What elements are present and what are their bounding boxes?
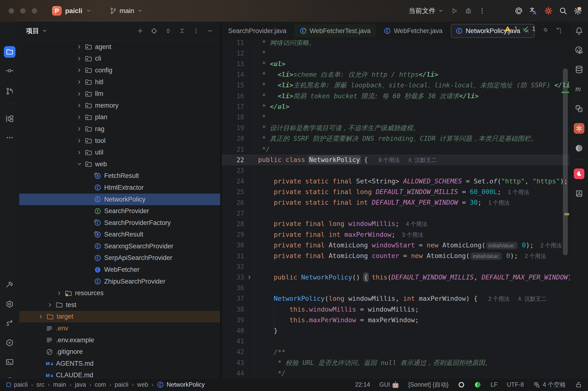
- breadcrumb-item-main[interactable]: main: [53, 381, 66, 388]
- line-number[interactable]: 44: [222, 370, 258, 377]
- line-number[interactable]: 20: [222, 135, 258, 142]
- line-number[interactable]: 13: [222, 60, 258, 68]
- tree-item-.env.example[interactable]: .env.example: [19, 334, 220, 346]
- tree-item-SearxngSearchProvider[interactable]: CSearxngSearchProvider: [19, 240, 220, 252]
- tree-item-config[interactable]: config: [19, 64, 220, 76]
- status-item-LF[interactable]: LF: [491, 381, 498, 388]
- status-item-openai[interactable]: [458, 381, 465, 388]
- translate-icon[interactable]: 文A: [529, 6, 538, 15]
- breadcrumb-item-NetworkPolicy[interactable]: CNetworkPolicy: [157, 381, 205, 388]
- tree-item-util[interactable]: util: [19, 147, 220, 158]
- usages-inlay[interactable]: 2 个用法: [540, 242, 562, 249]
- run-button[interactable]: [450, 7, 458, 15]
- chevron-right-icon[interactable]: [76, 79, 85, 85]
- line-number[interactable]: 40: [222, 327, 258, 334]
- breadcrumb-item-java[interactable]: java: [75, 381, 86, 388]
- close-window-icon[interactable]: [9, 8, 14, 13]
- plugin-moon-icon[interactable]: [573, 168, 585, 180]
- status-item-2214[interactable]: 22:14: [355, 381, 370, 388]
- tree-item-NetworkPolicy[interactable]: CNetworkPolicy: [19, 194, 220, 205]
- editor-tab-SearchProvider.java[interactable]: SearchProvider.java: [222, 22, 293, 40]
- build-hammer-icon[interactable]: [4, 279, 15, 291]
- branch-selector[interactable]: main: [109, 7, 143, 15]
- line-number[interactable]: 37: [222, 295, 258, 302]
- ai-assistant-icon[interactable]: [573, 44, 585, 56]
- line-number[interactable]: 38: [222, 306, 258, 313]
- status-item-status-green[interactable]: [474, 381, 481, 388]
- line-number[interactable]: 43: [222, 359, 258, 366]
- terminal-icon[interactable]: [4, 356, 15, 368]
- line-number[interactable]: 27: [222, 210, 258, 217]
- breadcrumb-item-paicli[interactable]: paicli: [6, 381, 28, 388]
- line-number[interactable]: 22: [222, 156, 258, 164]
- tree-item-ZhipuSearchProvider[interactable]: CZhipuSearchProvider: [19, 276, 220, 288]
- status-item-UTF8[interactable]: UTF-8: [507, 381, 524, 388]
- chevron-right-icon[interactable]: [47, 302, 56, 308]
- chevron-right-icon[interactable]: [76, 44, 85, 50]
- author-inlay[interactable]: 沉默王二: [407, 156, 437, 164]
- project-folder-icon[interactable]: [4, 46, 15, 58]
- tree-item-SerpApiSearchProvider[interactable]: CSerpApiSearchProvider: [19, 252, 220, 264]
- tree-item-agent[interactable]: agent: [19, 41, 220, 53]
- status-item-4[interactable]: 4 个空格: [533, 381, 566, 389]
- chevron-right-icon[interactable]: [76, 149, 85, 156]
- notifications-bell-icon[interactable]: [573, 25, 585, 37]
- tree-item-CLAUDE.md[interactable]: MCLAUDE.md: [19, 370, 220, 378]
- chevron-right-icon[interactable]: [38, 313, 47, 320]
- line-number[interactable]: 18: [222, 114, 258, 121]
- search-everywhere-icon[interactable]: [559, 7, 567, 15]
- python-packages-icon[interactable]: [573, 103, 585, 114]
- usages-inlay[interactable]: 9 个用法: [378, 157, 400, 163]
- project-panel-title-dropdown[interactable]: 项目: [26, 26, 48, 35]
- tree-item-target[interactable]: target: [19, 311, 220, 323]
- maven-icon[interactable]: m: [573, 83, 585, 95]
- tree-item-SearchResult[interactable]: RSearchResult: [19, 229, 220, 241]
- services-icon[interactable]: [4, 337, 15, 349]
- locate-icon[interactable]: [151, 27, 157, 34]
- line-number[interactable]: 23: [222, 167, 258, 174]
- tree-item-hitl[interactable]: hitl: [19, 76, 220, 88]
- line-number[interactable]: 24: [222, 178, 258, 185]
- tree-item-llm[interactable]: llm: [19, 88, 220, 100]
- tree-item-AGENTS.md[interactable]: MAGENTS.md: [19, 358, 220, 370]
- workflow-icon[interactable]: [4, 318, 15, 329]
- zoom-window-icon[interactable]: [32, 8, 37, 13]
- tree-item-rag[interactable]: rag: [19, 123, 220, 135]
- more-tools-icon[interactable]: [4, 132, 15, 143]
- hide-icon[interactable]: [207, 27, 214, 34]
- chevron-right-icon[interactable]: [76, 91, 85, 97]
- ai-spiral-icon[interactable]: [515, 7, 523, 15]
- run-configuration-selector[interactable]: 当前文件: [406, 4, 446, 18]
- line-number[interactable]: 31: [222, 252, 258, 260]
- line-number[interactable]: 17: [222, 103, 258, 110]
- breadcrumb-item-src[interactable]: src: [36, 381, 44, 388]
- traffic-lights[interactable]: [9, 8, 37, 13]
- tree-item-SearchProvider[interactable]: ISearchProvider: [19, 205, 220, 217]
- status-item-GUI[interactable]: GUI 🤖: [379, 381, 399, 388]
- line-number[interactable]: 25: [222, 188, 258, 196]
- status-item-Sonnet[interactable]: [Sonnet] {自动}: [408, 381, 448, 389]
- chevron-right-icon[interactable]: [76, 114, 85, 120]
- chevron-down-icon[interactable]: [76, 161, 85, 167]
- more-actions-icon[interactable]: [479, 7, 486, 14]
- minimize-window-icon[interactable]: [20, 8, 26, 13]
- plugin-asterisk-icon[interactable]: [573, 123, 585, 134]
- spark-plugin-icon[interactable]: [544, 6, 553, 15]
- plugin-sphere-icon[interactable]: [573, 142, 585, 154]
- tree-item-test[interactable]: test: [19, 299, 220, 311]
- dependencies-icon[interactable]: [4, 298, 15, 310]
- line-number[interactable]: 33: [222, 274, 258, 281]
- previous-problem-icon[interactable]: [542, 26, 548, 32]
- line-number[interactable]: 14: [222, 71, 258, 78]
- editor-scrollbar[interactable]: [563, 68, 568, 255]
- line-number[interactable]: 16: [222, 93, 258, 100]
- chevron-right-icon[interactable]: [76, 138, 85, 144]
- line-number[interactable]: 28: [222, 220, 258, 228]
- pull-requests-icon[interactable]: [4, 86, 15, 97]
- breadcrumb-item-web[interactable]: web: [137, 381, 148, 388]
- code-editor[interactable]: 11 * 网络访问策略。12 *13 * <ul>14 * <li>scheme…: [222, 40, 570, 378]
- panel-splitter[interactable]: [220, 22, 222, 378]
- more-options-icon[interactable]: [193, 27, 200, 34]
- breadcrumb-item-com[interactable]: com: [94, 381, 106, 388]
- usages-inlay[interactable]: 1 个用法: [508, 189, 529, 195]
